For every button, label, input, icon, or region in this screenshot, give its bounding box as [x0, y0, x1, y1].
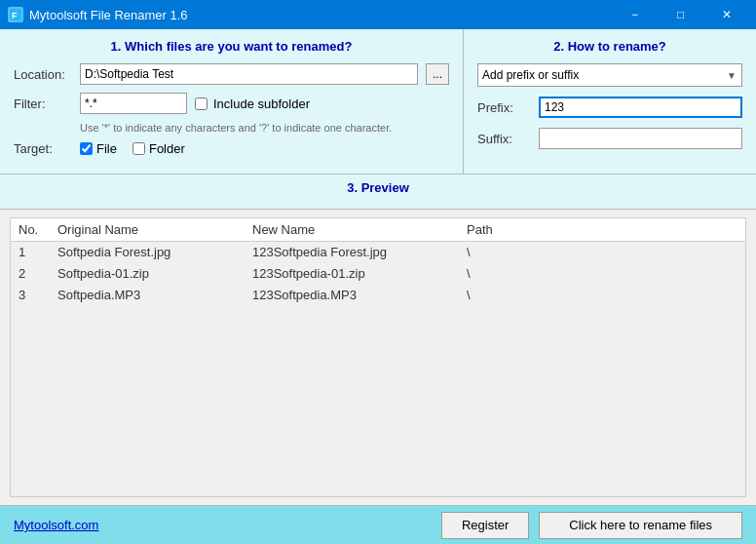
main-content: 1. Which files are you want to renamed? … [0, 29, 756, 544]
cell-no: 1 [11, 242, 50, 263]
cell-new-name: 123Softpedia-01.zip [245, 263, 459, 285]
filter-label: Filter: [14, 97, 72, 111]
window-controls: − □ ✕ [613, 0, 748, 29]
include-subfolder-label: Include subfolder [213, 97, 310, 111]
section2-title: 2. How to rename? [477, 39, 742, 54]
col-new-name: New Name [245, 218, 459, 242]
preview-section-header: 3. Preview [0, 175, 756, 210]
cell-original-name: Softpedia-01.zip [50, 263, 245, 285]
filter-hint: Use '*' to indicate any characters and '… [80, 122, 449, 134]
cell-new-name: 123Softpedia.MP3 [245, 285, 459, 306]
cell-original-name: Softpedia.MP3 [50, 285, 245, 306]
table-header-row: No. Original Name New Name Path [11, 218, 745, 242]
section1-panel: 1. Which files are you want to renamed? … [0, 29, 464, 174]
table-row: 3 Softpedia.MP3 123Softpedia.MP3 \ [11, 285, 745, 306]
top-section: 1. Which files are you want to renamed? … [0, 29, 756, 175]
prefix-row: Prefix: [477, 97, 742, 118]
section3-title: 3. Preview [0, 180, 756, 195]
cell-new-name: 123Softpedia Forest.jpg [245, 242, 459, 263]
target-label: Target: [14, 141, 72, 156]
cell-no: 2 [11, 263, 50, 285]
bottom-bar: Mytoolsoft.com Register Click here to re… [0, 505, 756, 544]
cell-path: \ [459, 242, 745, 263]
cell-no: 3 [11, 285, 50, 306]
app-title: Mytoolsoft File Renamer 1.6 [29, 8, 188, 22]
prefix-label: Prefix: [477, 100, 531, 115]
suffix-label: Suffix: [477, 132, 531, 146]
browse-button[interactable]: ... [426, 63, 449, 85]
location-row: Location: ... [14, 63, 449, 85]
col-path: Path [459, 218, 745, 242]
folder-target-item: Folder [132, 141, 185, 156]
title-bar: F Mytoolsoft File Renamer 1.6 − □ ✕ [0, 0, 756, 29]
rename-button[interactable]: Click here to rename files [539, 512, 742, 539]
file-label: File [96, 141, 117, 156]
section2-panel: 2. How to rename? Add prefix or suffix R… [464, 29, 756, 174]
target-options: File Folder [80, 141, 185, 156]
cell-original-name: Softpedia Forest.jpg [50, 242, 245, 263]
location-label: Location: [14, 67, 72, 82]
col-no: No. [11, 218, 50, 242]
file-target-item: File [80, 141, 117, 156]
include-subfolder-checkbox[interactable] [195, 97, 208, 110]
rename-type-dropdown[interactable]: Add prefix or suffix Replace text Change… [477, 63, 742, 87]
folder-checkbox[interactable] [132, 142, 145, 155]
preview-table: No. Original Name New Name Path 1 Softpe… [11, 218, 745, 306]
mytoolsoft-link[interactable]: Mytoolsoft.com [14, 518, 98, 532]
suffix-input[interactable] [539, 128, 742, 149]
rename-type-dropdown-wrapper: Add prefix or suffix Replace text Change… [477, 63, 742, 87]
filter-row: Filter: Include subfolder [14, 93, 449, 114]
table-row: 2 Softpedia-01.zip 123Softpedia-01.zip \ [11, 263, 745, 285]
col-original-name: Original Name [50, 218, 245, 242]
cell-path: \ [459, 285, 745, 306]
cell-path: \ [459, 263, 745, 285]
minimize-button[interactable]: − [613, 0, 657, 29]
table-row: 1 Softpedia Forest.jpg 123Softpedia Fore… [11, 242, 745, 263]
app-icon: F [8, 7, 23, 22]
register-button[interactable]: Register [441, 512, 529, 539]
preview-table-container: Softpedia No. Original Name New Name Pat… [10, 217, 746, 497]
file-checkbox[interactable] [80, 142, 93, 155]
suffix-row: Suffix: [477, 128, 742, 149]
svg-text:F: F [12, 11, 18, 20]
target-row: Target: File Folder [14, 141, 449, 156]
folder-label: Folder [149, 141, 185, 156]
bottom-buttons: Register Click here to rename files [441, 512, 742, 539]
close-button[interactable]: ✕ [704, 0, 748, 29]
prefix-input[interactable] [539, 97, 742, 118]
location-input[interactable] [80, 63, 418, 85]
maximize-button[interactable]: □ [659, 0, 702, 29]
include-subfolder-row: Include subfolder [195, 97, 310, 111]
filter-input[interactable] [80, 93, 187, 114]
section1-title: 1. Which files are you want to renamed? [14, 39, 449, 54]
